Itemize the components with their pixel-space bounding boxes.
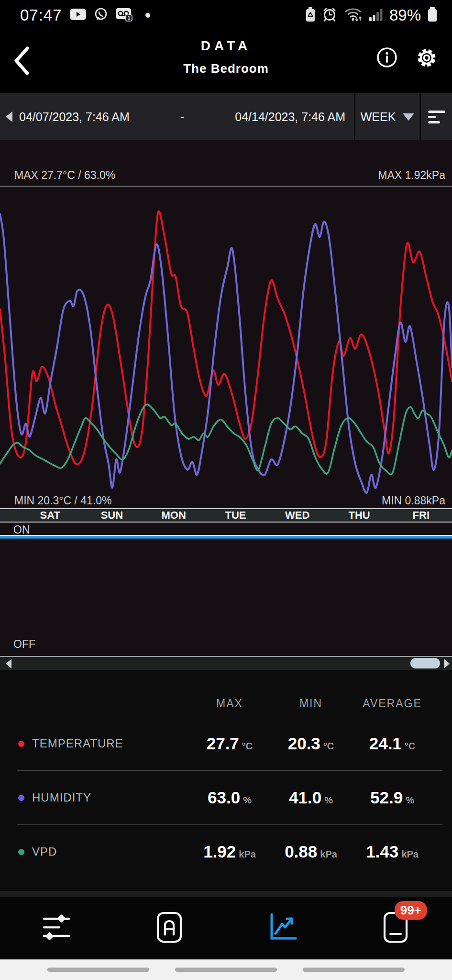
alarm-icon	[322, 7, 337, 24]
prev-period-icon[interactable]	[6, 111, 12, 122]
svg-text:1: 1	[127, 15, 130, 21]
hum-unit: %	[406, 795, 414, 805]
humidity-line	[0, 214, 452, 493]
temp-unit: °C	[323, 741, 334, 751]
range-dropdown[interactable]: WEEK	[355, 93, 421, 140]
vpd-unit: kPa	[320, 849, 337, 859]
vpd-min-value: 0.88	[285, 842, 317, 861]
notification-dot	[145, 13, 150, 18]
status-bar: 07:47 1 89%	[0, 0, 452, 31]
col-min: MIN	[270, 697, 352, 710]
scrollbar-thumb[interactable]	[410, 658, 440, 668]
row-label: HUMIDITY	[32, 791, 91, 804]
android-gesture-bar	[0, 959, 452, 980]
table-row-vpd: VPD 1.92kPa 0.88kPa 1.43kPa	[0, 825, 452, 879]
day-label: MON	[143, 509, 205, 522]
day-label: SAT	[19, 509, 81, 522]
day-label: WED	[266, 509, 328, 522]
chart-max-left-label: MAX 27.7°C / 63.0%	[14, 169, 115, 182]
hum-min-value: 41.0	[289, 788, 321, 807]
chart-icon	[268, 913, 298, 944]
stats-table-header: MAX MIN AVERAGE	[0, 690, 452, 717]
row-label: VPD	[32, 845, 57, 858]
tab-notifications[interactable]: 99+	[339, 912, 452, 945]
table-row-temperature: TEMPERATURE 27.7°C 20.3°C 24.1°C	[0, 717, 452, 770]
temp-max-value: 27.7	[207, 734, 239, 753]
gesture-pill[interactable]	[303, 968, 405, 972]
scroll-left-icon[interactable]	[6, 659, 11, 668]
notification-badge: 99+	[395, 901, 427, 920]
wifi-icon	[343, 7, 363, 24]
x-axis-days: SAT SUN MON TUE WED THU FRI	[0, 508, 452, 523]
date-range[interactable]: 04/07/2023, 7:46 AM - 04/14/2023, 7:46 A…	[0, 93, 355, 140]
scroll-right-icon[interactable]	[444, 659, 450, 668]
chevron-down-icon	[403, 113, 414, 121]
range-separator: -	[180, 110, 184, 124]
temperature-dot	[18, 741, 24, 747]
range-dropdown-label: WEEK	[361, 110, 396, 124]
day-label: SUN	[81, 509, 143, 522]
on-label: ON	[13, 523, 30, 536]
chart-section: MAX 27.7°C / 63.0% MAX 1.92kPa MIN 20.3°…	[0, 140, 452, 670]
sliders-icon	[41, 913, 72, 944]
hum-avg-value: 52.9	[370, 788, 403, 807]
vpd-avg-value: 1.43	[366, 842, 398, 861]
gear-icon[interactable]	[415, 46, 439, 72]
whatsapp-icon	[94, 7, 108, 23]
gesture-pill[interactable]	[175, 968, 277, 972]
sensor-lines-chart	[0, 187, 452, 508]
tab-controls[interactable]	[0, 913, 113, 944]
youtube-icon	[69, 8, 87, 22]
chart-scrollbar[interactable]	[0, 656, 452, 670]
bottom-nav: 99+	[0, 897, 452, 959]
range-end: 04/14/2023, 7:46 AM	[235, 110, 345, 124]
vpd-unit: kPa	[239, 849, 256, 859]
device-onoff-timeline: ON OFF	[0, 523, 452, 670]
temp-avg-value: 24.1	[369, 734, 402, 753]
sort-lines-icon	[428, 111, 445, 123]
hum-unit: %	[324, 795, 333, 805]
battery-percent: 89%	[389, 6, 421, 24]
hum-max-value: 63.0	[208, 788, 240, 807]
stats-table: MAX MIN AVERAGE TEMPERATURE 27.7°C 20.3°…	[0, 670, 452, 891]
hum-unit: %	[243, 795, 252, 805]
date-range-bar: 04/07/2023, 7:46 AM - 04/14/2023, 7:46 A…	[0, 93, 452, 140]
vpd-dot	[18, 849, 24, 855]
temp-unit: °C	[405, 741, 415, 751]
nav-divider	[0, 891, 452, 897]
chart-plot[interactable]: MIN 20.3°C / 41.0% MIN 0.88kPa	[0, 187, 452, 508]
app-header: DATA The Bedroom	[0, 31, 452, 93]
battery-saver-icon	[305, 7, 316, 24]
row-label: TEMPERATURE	[32, 737, 123, 750]
notifications-icon	[383, 936, 408, 945]
signal-icon	[369, 7, 383, 23]
vpd-unit: kPa	[401, 849, 419, 859]
temp-unit: °C	[242, 741, 253, 751]
battery-icon	[427, 7, 438, 24]
vpd-max-value: 1.92	[203, 842, 236, 861]
range-start: 04/07/2023, 7:46 AM	[19, 110, 130, 124]
off-label: OFF	[13, 638, 35, 651]
device-on-bar	[0, 535, 452, 539]
tab-automation[interactable]	[113, 912, 226, 945]
chart-max-right-label: MAX 1.92kPa	[378, 169, 445, 182]
gesture-pill[interactable]	[47, 968, 149, 972]
chart-min-right-label: MIN 0.88kPa	[382, 494, 445, 507]
voicemail-icon: 1	[115, 7, 132, 23]
col-max: MAX	[189, 697, 270, 710]
chart-options-button[interactable]	[421, 93, 452, 140]
chart-min-left-label: MIN 20.3°C / 41.0%	[14, 494, 112, 507]
temp-min-value: 20.3	[288, 734, 320, 753]
status-clock: 07:47	[20, 6, 62, 24]
info-icon[interactable]	[375, 46, 398, 71]
col-average: AVERAGE	[352, 697, 433, 710]
day-label: FRI	[390, 509, 452, 522]
day-label: THU	[328, 509, 390, 522]
tab-data-active[interactable]	[226, 913, 339, 944]
day-label: TUE	[205, 509, 266, 522]
temperature-line	[0, 211, 452, 464]
a-mode-icon	[154, 912, 184, 945]
table-row-humidity: HUMIDITY 63.0% 41.0% 52.9%	[0, 771, 452, 824]
humidity-dot	[18, 795, 24, 801]
